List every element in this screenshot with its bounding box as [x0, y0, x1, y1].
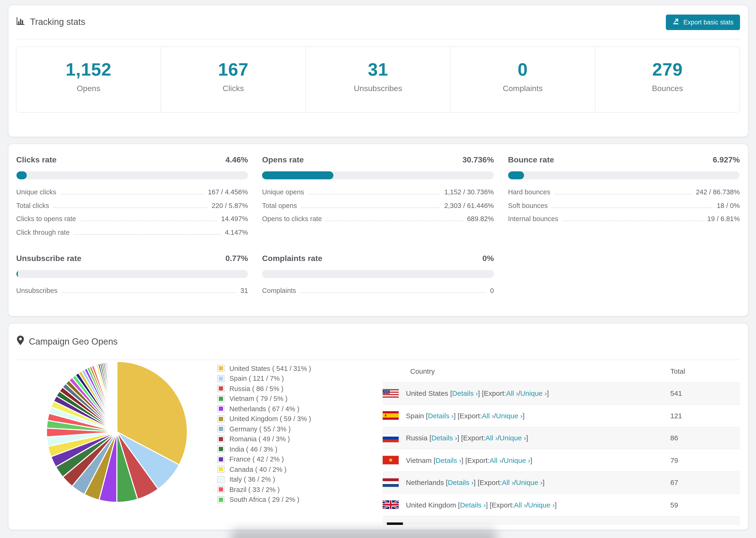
metric-value: 19 / 6.81%	[707, 215, 740, 223]
stat-value: 1,152	[66, 59, 112, 80]
legend-item-france[interactable]: France ( 42 / 2% )	[217, 454, 382, 464]
tracking-stats-title-text: Tracking stats	[30, 17, 85, 27]
clicks-rate-panel: Clicks rate4.46%Unique clicks167 / 4.456…	[16, 155, 248, 242]
metric-value: 18 / 0%	[717, 202, 740, 209]
details-link-netherlands[interactable]: Details ›	[448, 479, 473, 487]
metric-row-internal-bounces: Internal bounces19 / 6.81%	[508, 215, 740, 228]
legend-swatch	[217, 446, 224, 453]
metric-value: 2,303 / 61.446%	[444, 202, 494, 209]
country-name: United Kingdom	[406, 501, 456, 509]
campaign-stats-page: Tracking stats Export basic stats 1,152O…	[0, 0, 756, 538]
flag-icon-russia	[382, 434, 399, 442]
opens-rate-panel: Opens rate30.736%Unique opens1,152 / 30.…	[262, 155, 494, 242]
stat-label: Opens	[77, 84, 100, 93]
details-link-vietnam[interactable]: Details ›	[436, 456, 461, 464]
metric-label: Internal bounces	[508, 215, 558, 223]
legend-item-russia[interactable]: Russia ( 86 / 5% )	[217, 384, 382, 394]
export-all-link-russia[interactable]: All ›	[486, 434, 498, 442]
legend-swatch	[217, 486, 224, 493]
details-link-russia[interactable]: Details ›	[431, 434, 457, 442]
details-link-united-kingdom[interactable]: Details ›	[460, 501, 486, 509]
dotted-leader	[326, 221, 463, 221]
country-total: 541	[670, 382, 740, 404]
flag-icon-vietnam	[382, 456, 399, 464]
country-total: 79	[670, 449, 740, 471]
metric-value: 4.147%	[225, 228, 248, 236]
metric-value: 242 / 86.738%	[696, 188, 740, 196]
export-all-link-netherlands[interactable]: All ›	[502, 479, 514, 487]
metric-row-click-through-rate: Click through rate4.147%	[16, 228, 248, 242]
legend-label: United States ( 541 / 31% )	[229, 365, 311, 372]
legend-label: Spain ( 121 / 7% )	[229, 375, 284, 382]
opens-rate-progressbar	[262, 171, 494, 179]
bottom-shadow-blob	[231, 529, 496, 538]
export-unique-link-vietnam[interactable]: Unique ›	[504, 456, 530, 464]
country-total: 86	[670, 427, 740, 449]
legend-item-india[interactable]: India ( 46 / 3% )	[217, 444, 382, 454]
legend-swatch	[217, 405, 224, 412]
legend-item-romania[interactable]: Romania ( 49 / 3% )	[217, 434, 382, 444]
country-name: Spain	[406, 412, 424, 420]
legend-item-south-africa[interactable]: South Africa ( 29 / 2% )	[217, 495, 382, 505]
rates-grid: Clicks rate4.46%Unique clicks167 / 4.456…	[16, 155, 740, 300]
rates-card: Clicks rate4.46%Unique clicks167 / 4.456…	[8, 144, 748, 316]
stat-bounces: 279Bounces	[595, 47, 739, 112]
rate-value: 0.77%	[225, 254, 248, 263]
export-unique-link-united-states[interactable]: Unique ›	[520, 389, 547, 398]
tracking-stats-header: Tracking stats Export basic stats	[16, 5, 740, 39]
export-basic-stats-label: Export basic stats	[683, 19, 733, 26]
export-unique-link-spain[interactable]: Unique ›	[496, 412, 523, 420]
header-divider	[16, 39, 740, 39]
export-all-link-vietnam[interactable]: All ›	[490, 456, 502, 464]
metric-label: Unsubscribes	[16, 287, 58, 295]
legend-item-united-kingdom[interactable]: United Kingdom ( 59 / 3% )	[217, 414, 382, 424]
dotted-leader	[300, 293, 486, 293]
legend-item-italy[interactable]: Italy ( 36 / 2% )	[217, 474, 382, 484]
country-name: Netherlands	[406, 479, 444, 487]
export-all-link-spain[interactable]: All ›	[482, 412, 494, 420]
details-link-spain[interactable]: Details ›	[428, 412, 454, 420]
metric-value: 31	[241, 287, 248, 295]
column-header-total: Total	[670, 360, 740, 382]
export-all-link-united-kingdom[interactable]: All ›	[514, 501, 526, 509]
metric-label: Unique clicks	[16, 188, 56, 196]
details-link-united-states[interactable]: Details ›	[452, 389, 478, 398]
legend-item-netherlands[interactable]: Netherlands ( 67 / 4% )	[217, 404, 382, 414]
legend-item-canada[interactable]: Canada ( 40 / 2% )	[217, 464, 382, 474]
metric-row-total-clicks: Total clicks220 / 5.87%	[16, 202, 248, 215]
legend-label: Netherlands ( 67 / 4% )	[229, 405, 299, 413]
legend-item-vietnam[interactable]: Vietnam ( 79 / 5% )	[217, 394, 382, 404]
legend-label: Germany ( 55 / 3% )	[229, 425, 291, 433]
legend-item-spain[interactable]: Spain ( 121 / 7% )	[217, 373, 382, 384]
legend-swatch	[217, 436, 224, 443]
metric-row-hard-bounces: Hard bounces242 / 86.738%	[508, 188, 740, 202]
export-unique-link-russia[interactable]: Unique ›	[500, 434, 526, 442]
export-icon	[673, 18, 680, 26]
export-unique-link-netherlands[interactable]: Unique ›	[516, 479, 543, 487]
dotted-leader	[61, 194, 204, 194]
country-name: Vietnam	[406, 456, 432, 464]
complaints-rate-progressbar	[262, 270, 494, 278]
metric-label: Total opens	[262, 202, 297, 209]
legend-swatch	[217, 365, 224, 372]
legend-swatch	[217, 385, 224, 392]
legend-item-brazil[interactable]: Brazil ( 33 / 2% )	[217, 484, 382, 495]
column-header-country: Country	[382, 360, 670, 382]
legend-item-germany[interactable]: Germany ( 55 / 3% )	[217, 424, 382, 434]
legend-label: Russia ( 86 / 5% )	[229, 385, 284, 393]
stat-label: Bounces	[652, 84, 683, 93]
legend-swatch	[217, 426, 224, 433]
legend-label: India ( 46 / 3% )	[229, 446, 278, 453]
metric-value: 14.497%	[221, 215, 248, 223]
stat-complaints: 0Complaints	[450, 47, 595, 112]
export-unique-link-united-kingdom[interactable]: Unique ›	[528, 501, 555, 509]
stat-clicks: 167Clicks	[161, 47, 305, 112]
legend-item-united-states[interactable]: United States ( 541 / 31% )	[217, 363, 382, 373]
flag-icon-germany	[387, 522, 403, 525]
export-basic-stats-button[interactable]: Export basic stats	[666, 14, 740, 30]
metric-label: Hard bounces	[508, 188, 551, 196]
export-all-link-united-states[interactable]: All ›	[506, 389, 518, 398]
rate-title: Clicks rate	[16, 155, 57, 165]
unsubscribe-rate-progressbar	[16, 270, 248, 278]
metric-row-total-opens: Total opens2,303 / 61.446%	[262, 202, 494, 215]
